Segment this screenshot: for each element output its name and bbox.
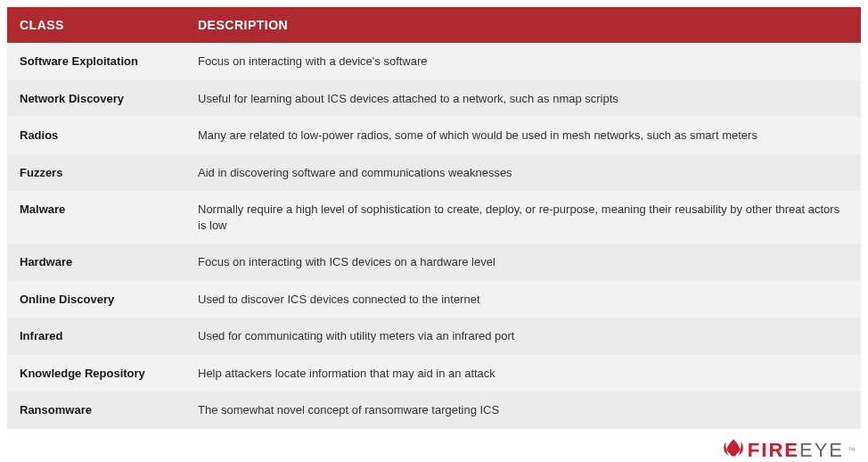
class-cell: Network Discovery [7, 80, 185, 118]
column-header-class: CLASS [7, 7, 185, 43]
class-cell: Software Exploitation [7, 43, 185, 80]
class-cell: Online Discovery [7, 281, 185, 318]
table-row: Radios Many are related to low-power rad… [7, 117, 861, 154]
class-cell: Fuzzers [7, 154, 185, 192]
table-row: Network Discovery Useful for learning ab… [7, 80, 861, 118]
table-row: Hardware Focus on interacting with ICS d… [7, 243, 861, 281]
table-header-row: CLASS DESCRIPTION [7, 7, 861, 43]
description-cell: Aid in discovering software and communic… [185, 154, 861, 192]
svg-point-0 [730, 450, 736, 457]
description-cell: Normally require a high level of sophist… [185, 191, 861, 243]
description-cell: Used to discover ICS devices connected t… [185, 281, 861, 318]
table-row: Software Exploitation Focus on interacti… [7, 43, 861, 80]
description-cell: Many are related to low-power radios, so… [185, 117, 861, 154]
fireeye-logo: FIREEYE ™ [721, 438, 856, 462]
description-cell: Help attackers locate information that m… [185, 355, 861, 392]
class-cell: Ransomware [7, 392, 185, 429]
description-cell: The somewhat novel concept of ransomware… [185, 392, 861, 429]
class-description-table: CLASS DESCRIPTION Software Exploitation … [7, 7, 861, 429]
table-row: Online Discovery Used to discover ICS de… [7, 281, 861, 318]
table-row: Infrared Used for communicating with uti… [7, 318, 861, 355]
table-row: Ransomware The somewhat novel concept of… [7, 392, 861, 429]
class-cell: Knowledge Repository [7, 355, 185, 392]
class-cell: Malware [7, 191, 185, 243]
logo-text-rest: EYE [799, 439, 844, 461]
logo-container: FIREEYE ™ [7, 429, 861, 462]
class-cell: Hardware [7, 243, 185, 281]
table-row: Knowledge Repository Help attackers loca… [7, 355, 861, 392]
column-header-description: DESCRIPTION [185, 7, 861, 43]
description-cell: Focus on interacting with ICS devices on… [185, 243, 861, 281]
table-row: Fuzzers Aid in discovering software and … [7, 154, 861, 192]
class-cell: Radios [7, 117, 185, 154]
logo-text-accent: FIRE [748, 439, 799, 461]
description-cell: Focus on interacting with a device's sof… [185, 43, 861, 80]
description-cell: Useful for learning about ICS devices at… [185, 80, 861, 118]
logo-text: FIREEYE [748, 439, 844, 462]
table-row: Malware Normally require a high level of… [7, 191, 861, 243]
flame-icon [721, 438, 746, 462]
trademark-symbol: ™ [848, 446, 856, 455]
description-cell: Used for communicating with utility mete… [185, 318, 861, 355]
class-cell: Infrared [7, 318, 185, 355]
